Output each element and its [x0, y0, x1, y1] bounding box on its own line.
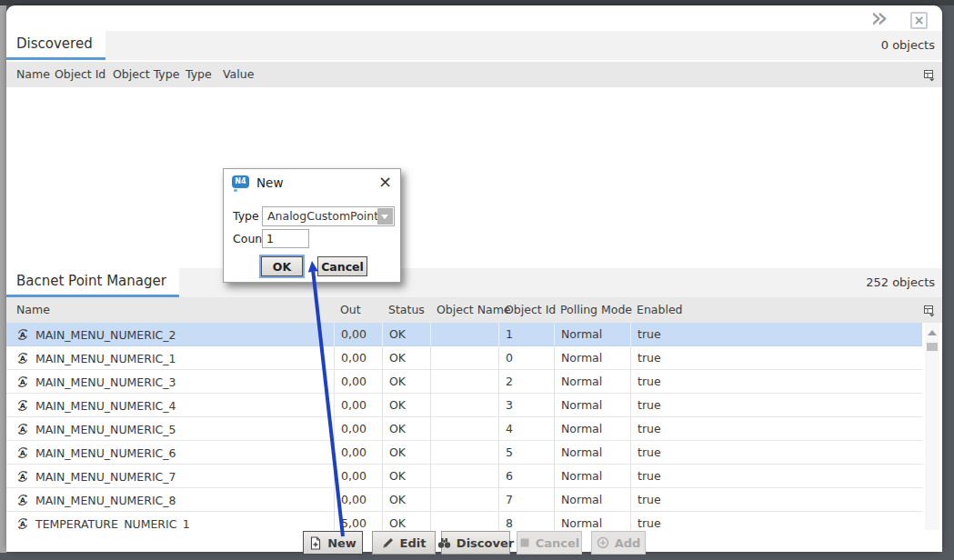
cell-object-id: 5: [498, 441, 554, 465]
dialog-titlebar[interactable]: N4 New ×: [224, 169, 400, 196]
cell-name: AMAIN_MENU_NUMERIC_1: [6, 346, 334, 370]
manager-column-enabled[interactable]: Enabled: [637, 297, 683, 323]
cell-status: OK: [382, 441, 430, 465]
cell-polling-mode: Normal: [554, 512, 630, 530]
table-row[interactable]: AMAIN_MENU_NUMERIC_80,00OK7Normaltrue: [6, 488, 922, 512]
cell-status: OK: [382, 346, 430, 370]
svg-text:A: A: [20, 520, 25, 528]
discovered-column-type[interactable]: Type: [186, 62, 212, 87]
add-button: Add: [591, 531, 646, 555]
cell-out: 0,00: [334, 323, 382, 346]
cell-object-id: 8: [498, 512, 554, 530]
scrollbar-thumb[interactable]: [927, 343, 938, 351]
stop-square-icon: [519, 537, 530, 548]
cell-status: OK: [382, 323, 430, 346]
footer-button-bar: NewEditDiscoverCancelAdd: [6, 530, 942, 552]
cell-enabled: true: [630, 488, 922, 512]
discovered-column-object-type[interactable]: Object Type: [113, 62, 179, 87]
edit-button[interactable]: Edit: [372, 531, 436, 555]
table-row[interactable]: AMAIN_MENU_NUMERIC_50,00OK4Normaltrue: [6, 417, 922, 441]
chevron-down-icon[interactable]: [377, 208, 393, 225]
table-options-icon[interactable]: [923, 68, 936, 81]
ok-button[interactable]: OK: [261, 256, 303, 276]
table-row[interactable]: AMAIN_MENU_NUMERIC_70,00OK6Normaltrue: [6, 465, 922, 488]
cancel-button[interactable]: Cancel: [317, 256, 367, 276]
table-row[interactable]: AMAIN_MENU_NUMERIC_40,00OK3Normaltrue: [6, 394, 922, 417]
manager-column-status[interactable]: Status: [388, 297, 425, 323]
table-row[interactable]: AMAIN_MENU_NUMERIC_60,00OK5Normaltrue: [6, 441, 922, 465]
manager-column-out[interactable]: Out: [340, 297, 361, 323]
manager-column-object-id[interactable]: Object Id: [505, 297, 556, 323]
discover-button[interactable]: Discover: [441, 531, 510, 555]
discovered-column-header: NameObject IdObject TypeTypeValue: [6, 62, 942, 87]
expand-chevrons-icon[interactable]: »: [870, 0, 889, 35]
discovered-column-value[interactable]: Value: [223, 62, 254, 87]
discovered-column-name[interactable]: Name: [16, 62, 50, 87]
cell-out: 0,00: [334, 370, 382, 394]
plus-circle-icon: [597, 536, 609, 549]
cell-object-name: [430, 346, 498, 370]
cell-enabled: true: [630, 394, 922, 417]
cell-object-name: [430, 370, 498, 394]
svg-text:A: A: [20, 473, 25, 481]
cell-out: 0,00: [334, 441, 382, 465]
cell-name: AMAIN_MENU_NUMERIC_8: [6, 488, 334, 512]
cell-status: OK: [382, 417, 430, 441]
manager-column-object-name[interactable]: Object Name: [437, 297, 511, 323]
type-dropdown[interactable]: AnalogCustomPoint: [262, 206, 395, 226]
table-row[interactable]: AMAIN_MENU_NUMERIC_20,00OK1Normaltrue: [6, 323, 922, 346]
button-label: Edit: [400, 536, 427, 550]
manager-column-polling-mode[interactable]: Polling Mode: [560, 297, 632, 323]
cell-name: AMAIN_MENU_NUMERIC_7: [6, 465, 334, 488]
cell-polling-mode: Normal: [554, 323, 630, 346]
analog-point-icon: A: [16, 446, 29, 459]
svg-text:A: A: [20, 425, 25, 434]
cell-out: 5,00: [334, 512, 382, 530]
cell-object-name: [430, 323, 498, 346]
vertical-scrollbar[interactable]: [925, 323, 939, 530]
cell-object-id: 1: [498, 323, 554, 346]
button-label: New: [327, 536, 356, 550]
window-close-icon[interactable]: ×: [910, 12, 928, 29]
point-name: MAIN_MENU_NUMERIC_6: [35, 442, 176, 465]
discovered-object-count: 0 objects: [881, 31, 935, 60]
cell-enabled: true: [630, 346, 922, 370]
cell-polling-mode: Normal: [554, 417, 630, 441]
cell-polling-mode: Normal: [554, 465, 630, 488]
cell-name: AMAIN_MENU_NUMERIC_5: [6, 417, 334, 441]
point-name: MAIN_MENU_NUMERIC_2: [35, 324, 176, 346]
svg-text:A: A: [20, 402, 25, 410]
cell-name: AMAIN_MENU_NUMERIC_3: [6, 370, 334, 394]
cell-object-name: [430, 512, 498, 530]
table-row[interactable]: AMAIN_MENU_NUMERIC_30,00OK2Normaltrue: [6, 370, 922, 394]
cell-status: OK: [382, 465, 430, 488]
cell-polling-mode: Normal: [554, 346, 630, 370]
cell-enabled: true: [630, 441, 922, 465]
tab-bacnet-point-manager[interactable]: Bacnet Point Manager: [6, 268, 179, 297]
tab-discovered[interactable]: Discovered: [6, 31, 105, 60]
count-input[interactable]: [262, 229, 309, 248]
new-document-icon: [309, 536, 322, 550]
table-options-icon[interactable]: [923, 304, 936, 316]
table-row[interactable]: ATEMPERATURE_NUMERIC_15,00OK8Normaltrue: [6, 512, 922, 530]
new-button[interactable]: New: [303, 531, 363, 555]
manager-column-name[interactable]: Name: [16, 297, 50, 323]
scroll-up-icon[interactable]: [928, 330, 937, 335]
cell-polling-mode: Normal: [554, 488, 630, 512]
cell-out: 0,00: [334, 465, 382, 488]
discovered-column-object-id[interactable]: Object Id: [55, 62, 105, 87]
analog-point-icon: A: [16, 399, 29, 412]
table-row[interactable]: AMAIN_MENU_NUMERIC_10,00OK0Normaltrue: [6, 346, 922, 370]
niagara-n4-icon: N4: [232, 175, 249, 188]
analog-point-icon: A: [16, 494, 29, 506]
button-label: Discover: [457, 536, 514, 550]
cell-polling-mode: Normal: [554, 394, 630, 417]
cell-enabled: true: [630, 370, 922, 394]
cancel-button: Cancel: [517, 531, 582, 555]
cell-out: 0,00: [334, 488, 382, 512]
cell-polling-mode: Normal: [554, 370, 630, 394]
cell-object-name: [430, 417, 498, 441]
cell-name: AMAIN_MENU_NUMERIC_4: [6, 394, 334, 417]
dialog-close-icon[interactable]: ×: [378, 172, 392, 191]
cell-name: AMAIN_MENU_NUMERIC_2: [6, 323, 334, 346]
